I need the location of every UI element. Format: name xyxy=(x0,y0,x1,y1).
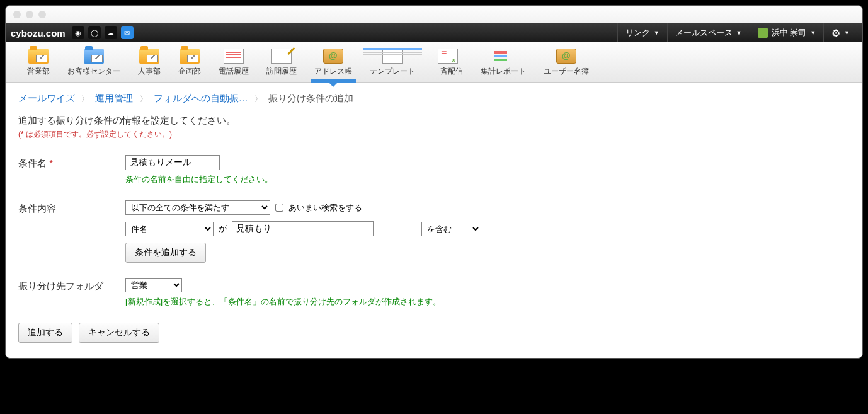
phone-history-icon xyxy=(224,49,244,64)
gear-icon: ⚙ xyxy=(831,27,840,39)
target-folder-hint: [新規作成]を選択すると、「条件名」の名前で振り分け先のフォルダが作成されます。 xyxy=(125,296,850,308)
main-toolbar: 営業部 お客様センター 人事部 企画部 電話履歴 訪問履歴 アドレス帳 xyxy=(6,42,862,83)
tool-label: アドレス帳 xyxy=(314,66,352,77)
tool-planning[interactable]: 企画部 xyxy=(169,46,210,82)
label-condition-name: 条件名 * xyxy=(18,155,125,170)
visit-history-icon xyxy=(271,49,292,64)
breadcrumb-mailwise[interactable]: メールワイズ xyxy=(18,93,75,103)
traffic-light-min[interactable] xyxy=(26,11,33,18)
required-note: (* は必須項目です。必ず設定してください。) xyxy=(18,129,850,140)
traffic-light-max[interactable] xyxy=(38,11,46,18)
breadcrumb-admin[interactable]: 運用管理 xyxy=(95,93,133,103)
row-condition-name: 条件名 * 条件の名前を自由に指定してください。 xyxy=(18,155,850,185)
tool-sales[interactable]: 営業部 xyxy=(18,46,59,82)
breadcrumb-autofolder[interactable]: フォルダへの自動振… xyxy=(154,93,248,103)
row-condition-content: 条件内容 以下の全ての条件を満たす あいまい検索をする 件名 が xyxy=(18,200,850,263)
caret-down-icon: ▼ xyxy=(736,30,742,36)
chevron-right-icon: 〉 xyxy=(81,95,89,103)
tool-phone-history[interactable]: 電話履歴 xyxy=(210,46,258,82)
brand-logo[interactable]: cybozu.com xyxy=(11,28,66,38)
app-icon-2[interactable]: ◯ xyxy=(88,26,101,39)
tool-user-list[interactable]: ユーザー名簿 xyxy=(535,46,598,82)
tool-label: テンプレート xyxy=(370,66,415,77)
folder-mail-icon xyxy=(180,49,200,64)
tool-label: 訪問履歴 xyxy=(266,66,297,77)
tool-label: お客様センター xyxy=(67,66,120,77)
match-type-select[interactable]: 以下の全ての条件を満たす xyxy=(125,200,270,215)
main-content: 追加する振り分け条件の情報を設定してください。 (* は必須項目です。必ず設定し… xyxy=(6,110,862,358)
operator-select[interactable]: を含む xyxy=(421,222,481,236)
traffic-light-close[interactable] xyxy=(13,11,21,18)
tool-address-book[interactable]: アドレス帳 xyxy=(306,46,361,82)
user-menu[interactable]: 浜中 崇司 ▼ xyxy=(750,23,824,42)
tool-label: 企画部 xyxy=(178,66,201,77)
link-menu[interactable]: リンク ▼ xyxy=(617,23,667,42)
window-titlebar xyxy=(6,6,862,23)
page-lead: 追加する振り分け条件の情報を設定してください。 xyxy=(18,115,850,127)
fuzzy-search-checkbox[interactable] xyxy=(275,204,283,212)
caret-down-icon: ▼ xyxy=(844,30,850,36)
app-window: cybozu.com ◉ ◯ ☁ ✉ リンク ▼ メールスペース ▼ 浜中 崇司… xyxy=(5,5,863,359)
target-folder-select[interactable]: 営業 xyxy=(125,278,182,292)
required-mark: * xyxy=(49,158,53,168)
user-menu-label: 浜中 崇司 xyxy=(772,27,807,38)
tool-label: 人事部 xyxy=(138,66,161,77)
tool-label: 営業部 xyxy=(27,66,50,77)
tool-report[interactable]: 集計レポート xyxy=(472,46,535,82)
bulk-send-icon xyxy=(438,49,458,64)
chevron-right-icon: 〉 xyxy=(140,95,147,103)
mail-icon[interactable]: ✉ xyxy=(121,26,134,39)
tool-visit-history[interactable]: 訪問履歴 xyxy=(258,46,306,82)
tool-label: ユーザー名簿 xyxy=(544,66,589,77)
template-icon xyxy=(382,49,403,64)
mailspace-menu[interactable]: メールスペース ▼ xyxy=(667,23,750,42)
avatar-icon xyxy=(758,28,768,38)
label-condition-content: 条件内容 xyxy=(18,200,125,215)
report-icon xyxy=(493,49,513,64)
tool-label: 電話履歴 xyxy=(219,66,249,77)
address-book-icon xyxy=(323,49,343,64)
tool-customer-center[interactable]: お客様センター xyxy=(59,46,129,82)
form-actions: 追加する キャンセルする xyxy=(18,323,850,343)
top-app-icons: ◉ ◯ ☁ ✉ xyxy=(72,26,134,39)
active-indicator-icon xyxy=(329,83,337,87)
condition-name-hint: 条件の名前を自由に指定してください。 xyxy=(125,174,850,185)
app-icon-3[interactable]: ☁ xyxy=(105,26,117,39)
add-condition-button[interactable]: 条件を追加する xyxy=(125,243,206,263)
breadcrumb: メールワイズ 〉 運用管理 〉 フォルダへの自動振… 〉 振り分け条件の追加 xyxy=(6,83,862,110)
condition-name-input[interactable] xyxy=(125,155,220,170)
tool-hr[interactable]: 人事部 xyxy=(129,46,169,82)
topbar-right: リンク ▼ メールスペース ▼ 浜中 崇司 ▼ ⚙ ▼ xyxy=(617,23,857,42)
app-icon-1[interactable]: ◉ xyxy=(72,26,84,39)
settings-menu[interactable]: ⚙ ▼ xyxy=(823,23,857,42)
chevron-right-icon: 〉 xyxy=(254,95,262,103)
caret-down-icon: ▼ xyxy=(654,30,660,36)
tool-label: 一斉配信 xyxy=(433,66,463,77)
row-target-folder: 振り分け先フォルダ 営業 [新規作成]を選択すると、「条件名」の名前で振り分け先… xyxy=(18,278,850,308)
user-list-icon xyxy=(556,49,576,64)
folder-mail-icon xyxy=(28,49,49,64)
top-bar: cybozu.com ◉ ◯ ☁ ✉ リンク ▼ メールスペース ▼ 浜中 崇司… xyxy=(6,23,862,42)
field-select[interactable]: 件名 xyxy=(125,222,214,236)
folder-mail-icon xyxy=(84,49,104,64)
tool-label: 集計レポート xyxy=(481,66,526,77)
submit-button[interactable]: 追加する xyxy=(18,323,72,343)
tool-bulk-send[interactable]: 一斉配信 xyxy=(424,46,472,82)
cancel-button[interactable]: キャンセルする xyxy=(79,323,159,343)
mailspace-menu-label: メールスペース xyxy=(675,27,733,38)
tool-template[interactable]: テンプレート xyxy=(361,46,424,82)
breadcrumb-current: 振り分け条件の追加 xyxy=(268,93,353,103)
folder-mail-icon xyxy=(139,49,159,64)
link-menu-label: リンク xyxy=(625,27,650,38)
caret-down-icon: ▼ xyxy=(810,30,816,36)
ga-text: が xyxy=(219,223,227,234)
keyword-input[interactable] xyxy=(232,221,374,236)
label-target-folder: 振り分け先フォルダ xyxy=(18,278,125,292)
fuzzy-search-label: あいまい検索をする xyxy=(288,202,362,214)
